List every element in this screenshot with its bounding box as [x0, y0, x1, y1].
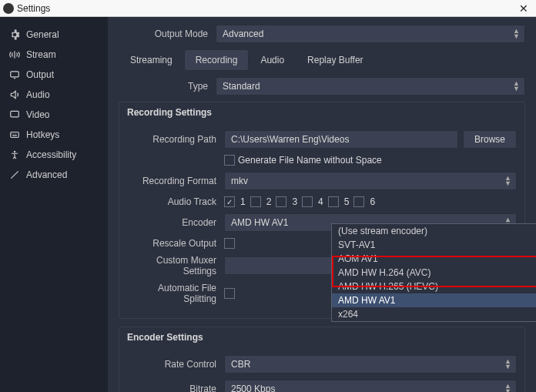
recording-path-label: Recording Path — [127, 134, 224, 145]
type-value: Standard — [223, 81, 260, 92]
sidebar-item-audio[interactable]: Audio — [0, 85, 108, 105]
output-mode-value: Advanced — [223, 28, 263, 39]
sidebar-item-general[interactable]: General — [0, 25, 108, 45]
encoder-option[interactable]: (Use stream encoder) — [332, 224, 536, 238]
titlebar: Settings ✕ — [0, 0, 536, 17]
main-panel: Output Mode Advanced ▲ ▼ Streaming Recor… — [108, 17, 536, 392]
output-mode-select[interactable]: Advanced ▲ ▼ — [216, 25, 525, 43]
sidebar-item-accessibility[interactable]: Accessibility — [0, 145, 108, 165]
step-down-icon[interactable]: ▼ — [504, 388, 511, 392]
encoder-option[interactable]: AMD HW H.265 (HEVC) — [332, 280, 536, 293]
type-select[interactable]: Standard ▲ ▼ — [216, 77, 525, 95]
encoder-dropdown[interactable]: (Use stream encoder) SVT-AV1 AOM AV1 AMD… — [331, 223, 536, 322]
audio-track-3-checkbox[interactable] — [276, 196, 286, 207]
sidebar-item-stream[interactable]: Stream — [0, 45, 108, 65]
rate-control-value: CBR — [231, 359, 250, 370]
keyboard-icon — [9, 129, 20, 140]
recording-settings-title: Recording Settings — [119, 102, 524, 122]
encoder-settings-title: Encoder Settings — [119, 327, 524, 347]
encoder-option[interactable]: AOM AV1 — [332, 252, 536, 266]
encoder-option[interactable]: AMD HW H.264 (AVC) — [332, 266, 536, 280]
sidebar: General Stream Output Audio Video Hotkey… — [0, 17, 108, 392]
encoder-option[interactable]: SVT-AV1 — [332, 238, 536, 252]
window-title: Settings — [17, 3, 50, 14]
gear-icon — [9, 29, 20, 40]
encoder-option[interactable]: x264 — [332, 307, 536, 321]
sidebar-item-output[interactable]: Output — [0, 65, 108, 85]
tools-icon — [9, 169, 20, 180]
sidebar-item-label: Advanced — [26, 169, 67, 180]
gen-filename-nospace-checkbox[interactable] — [224, 155, 235, 166]
rate-control-label: Rate Control — [127, 359, 224, 370]
encoder-option[interactable]: AMD HW AV1 — [332, 293, 536, 307]
accessibility-icon — [9, 149, 20, 160]
output-tabs: Streaming Recording Audio Replay Buffer — [119, 49, 525, 71]
speaker-icon — [9, 89, 20, 100]
encoder-value: AMD HW AV1 — [231, 217, 288, 228]
audio-track-label: Audio Track — [127, 196, 224, 207]
chevron-down-icon: ▼ — [513, 85, 520, 92]
sidebar-item-label: General — [26, 29, 59, 40]
recording-format-label: Recording Format — [127, 176, 224, 186]
sidebar-item-advanced[interactable]: Advanced — [0, 165, 108, 185]
custom-muxer-label: Custom Muxer Settings — [127, 255, 224, 276]
tab-streaming[interactable]: Streaming — [119, 49, 184, 71]
tab-recording[interactable]: Recording — [184, 49, 250, 71]
chevron-down-icon: ▼ — [513, 33, 520, 40]
auto-file-split-label: Automatic File Splitting — [127, 283, 224, 304]
rate-control-select[interactable]: CBR ▲ ▼ — [224, 355, 517, 374]
recording-path-input[interactable]: C:\Users\Warren Eng\Videos — [224, 130, 458, 149]
bitrate-label: Bitrate — [127, 384, 224, 392]
svg-rect-0 — [11, 72, 19, 77]
tab-replay-buffer[interactable]: Replay Buffer — [296, 49, 375, 71]
audio-track-2-checkbox[interactable] — [250, 196, 261, 207]
sidebar-item-label: Accessibility — [26, 149, 76, 160]
sidebar-item-label: Stream — [26, 49, 56, 60]
sidebar-item-label: Output — [26, 69, 54, 80]
encoder-settings-group: Encoder Settings Rate Control CBR ▲ ▼ Bi… — [119, 327, 525, 392]
tab-audio[interactable]: Audio — [249, 49, 296, 71]
audio-track-6-checkbox[interactable] — [353, 196, 364, 207]
rescale-output-label: Rescale Output — [127, 238, 224, 249]
type-label: Type — [119, 81, 216, 92]
svg-rect-1 — [11, 111, 19, 117]
output-icon — [9, 69, 20, 80]
recording-format-value: mkv — [231, 176, 248, 186]
auto-file-split-checkbox[interactable] — [224, 288, 235, 299]
bitrate-stepper[interactable]: 2500 Kbps ▲ ▼ — [224, 380, 517, 392]
bitrate-value: 2500 Kbps — [231, 384, 275, 392]
monitor-icon — [9, 109, 20, 120]
svg-rect-2 — [11, 132, 19, 138]
chevron-down-icon: ▼ — [504, 364, 511, 370]
svg-point-3 — [14, 151, 15, 152]
rescale-output-checkbox[interactable] — [224, 238, 235, 249]
audio-track-4-checkbox[interactable] — [302, 196, 313, 207]
chevron-down-icon: ▼ — [504, 180, 511, 187]
sidebar-item-video[interactable]: Video — [0, 105, 108, 125]
audio-track-5-checkbox[interactable] — [328, 196, 339, 207]
encoder-label: Encoder — [127, 217, 224, 228]
antenna-icon — [9, 49, 20, 60]
output-mode-label: Output Mode — [119, 28, 216, 39]
browse-button[interactable]: Browse — [463, 130, 517, 149]
app-icon — [3, 3, 14, 14]
sidebar-item-label: Hotkeys — [26, 129, 59, 140]
gen-filename-nospace-label: Generate File Name without Space — [238, 155, 382, 166]
recording-format-select[interactable]: mkv ▲ ▼ — [224, 172, 517, 190]
sidebar-item-label: Audio — [26, 89, 50, 100]
close-icon[interactable]: ✕ — [514, 2, 533, 15]
sidebar-item-hotkeys[interactable]: Hotkeys — [0, 125, 108, 145]
sidebar-item-label: Video — [26, 109, 49, 120]
audio-track-1-checkbox[interactable] — [224, 196, 235, 207]
